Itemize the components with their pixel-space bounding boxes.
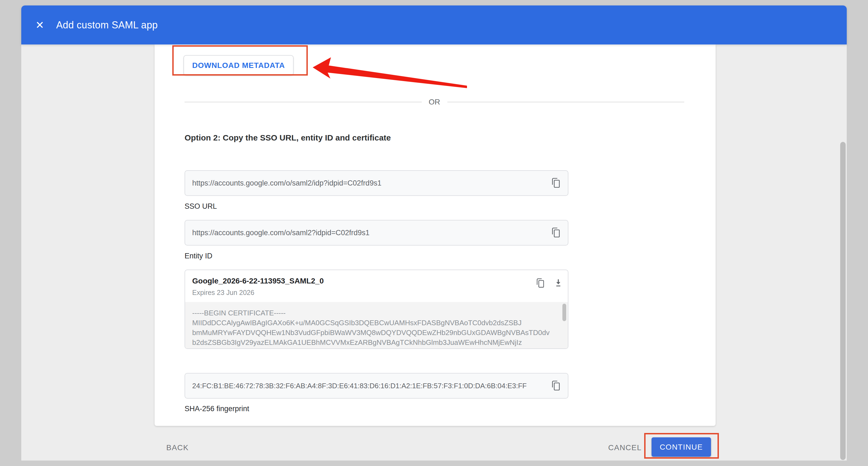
certificate-scrollbar[interactable] (562, 304, 566, 321)
certificate-name: Google_2026-6-22-113953_SAML2_0 (192, 276, 324, 285)
divider-line-right (447, 102, 685, 102)
dialog-header: ✕ Add custom SAML app (21, 5, 847, 45)
sso-url-field: https://accounts.google.com/o/saml2/idp?… (185, 170, 568, 196)
or-divider-label: OR (422, 98, 447, 107)
certificate-expiry: Expires 23 Jun 2026 (192, 289, 254, 297)
entity-id-value: https://accounts.google.com/o/saml2?idpi… (192, 229, 550, 237)
copy-icon[interactable] (550, 380, 562, 392)
certificate-box: Google_2026-6-22-113953_SAML2_0 Expires … (185, 269, 568, 349)
or-divider: OR (185, 97, 684, 107)
entity-id-label: Entity ID (185, 252, 212, 260)
sha256-fingerprint-field: 24:FC:B1:BE:46:72:78:3B:32:F6:AB:A4:8F:3… (185, 373, 568, 399)
screenshot-stage: ✕ Add custom SAML app DOWNLOAD METADATA … (0, 0, 868, 466)
download-icon[interactable] (553, 277, 564, 289)
divider-line-left (185, 102, 422, 102)
copy-icon[interactable] (550, 227, 562, 239)
copy-icon[interactable] (535, 277, 546, 289)
certificate-body-line: -----BEGIN CERTIFICATE----- (192, 308, 568, 318)
option2-heading: Option 2: Copy the SSO URL, entity ID an… (185, 133, 391, 142)
annotation-arrow (308, 53, 472, 93)
certificate-body-line: b2dsZSBGb3IgV29yazELMAkGA1UEBhMCVVMxEzAR… (192, 338, 568, 347)
content-card: DOWNLOAD METADATA OR Option 2: Copy the … (155, 45, 716, 426)
sha256-fingerprint-label: SHA-256 fingerprint (185, 405, 249, 413)
certificate-body-line: MIIDdDCCAlygAwIBAgIGAXo6K+u/MA0GCSqGSIb3… (192, 318, 568, 328)
annotation-box-continue (644, 433, 719, 459)
close-icon[interactable]: ✕ (34, 20, 45, 31)
sso-url-label: SSO URL (185, 202, 217, 211)
certificate-body[interactable]: -----BEGIN CERTIFICATE----- MIIDdDCCAlyg… (185, 302, 568, 348)
certificate-body-line: bmMuMRYwFAYDVQQHEw1Nb3VudGFpbiBWaWV3MQ8w… (192, 328, 568, 338)
sso-url-value: https://accounts.google.com/o/saml2/idp?… (192, 179, 550, 187)
annotation-box-download-metadata (172, 45, 308, 76)
sha256-fingerprint-value: 24:FC:B1:BE:46:72:78:3B:32:F6:AB:A4:8F:3… (192, 382, 550, 390)
cancel-button[interactable]: CANCEL (608, 443, 638, 452)
dialog-scrollbar[interactable] (840, 142, 846, 460)
dialog-title: Add custom SAML app (56, 19, 158, 31)
back-button[interactable]: BACK (166, 443, 189, 452)
entity-id-field: https://accounts.google.com/o/saml2?idpi… (185, 220, 568, 245)
copy-icon[interactable] (550, 177, 562, 189)
